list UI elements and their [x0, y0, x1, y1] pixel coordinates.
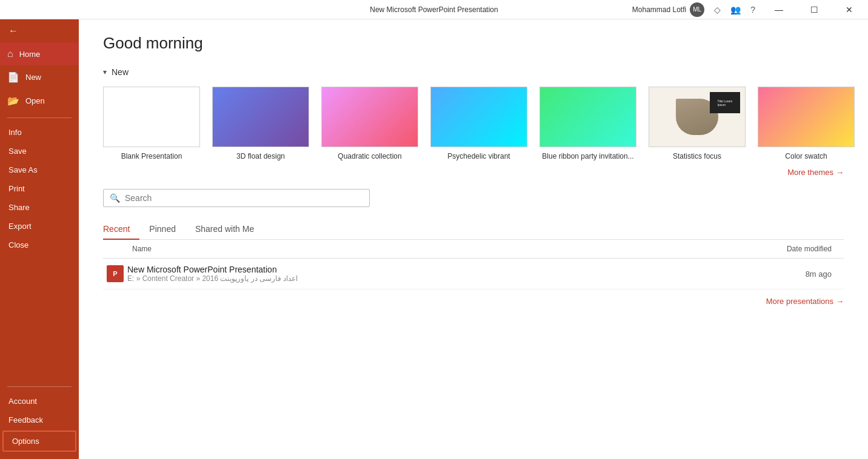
avatar: ML: [690, 2, 704, 17]
sidebar-divider-2: [7, 386, 72, 387]
new-icon: 📄: [7, 71, 19, 83]
more-themes-label: More themes: [787, 168, 833, 177]
sidebar-item-export[interactable]: Export: [0, 217, 79, 236]
template-blank[interactable]: Blank Presentation: [103, 87, 200, 160]
more-presentations-link[interactable]: More presentations →: [766, 297, 844, 306]
sidebar-item-open[interactable]: 📂 Open: [0, 89, 79, 113]
new-section-title: New: [112, 67, 129, 77]
sidebar-item-account[interactable]: Account: [0, 392, 79, 411]
template-statistics[interactable]: Title LoremIpsum Statistics focus: [649, 87, 746, 160]
files-table: Name Date modified P New Microsoft Power…: [103, 240, 844, 289]
template-color-swatch[interactable]: Color swatch: [758, 87, 855, 160]
sidebar-item-save[interactable]: Save: [0, 142, 79, 160]
template-label-blue-ribbon: Blue ribbon party invitation...: [542, 152, 633, 160]
template-thumb-statistics: Title LoremIpsum: [649, 87, 746, 147]
arrow-right-icon: →: [836, 168, 844, 177]
file-name: New Microsoft PowerPoint Presentation: [127, 265, 747, 274]
title-bar-right: Mohammad Lotfi ML ◇ 👥 ? — ☐ ✕: [632, 0, 863, 19]
template-thumb-blank: [103, 87, 200, 147]
sidebar-item-info[interactable]: Info: [0, 123, 79, 142]
home-icon: ⌂: [7, 48, 13, 59]
sidebar-item-print[interactable]: Print: [0, 179, 79, 198]
template-3d-float[interactable]: 3D float design: [212, 87, 309, 160]
title-bar: New Microsoft PowerPoint Presentation Mo…: [0, 0, 868, 19]
tab-pinned[interactable]: Pinned: [139, 219, 185, 240]
sidebar-item-share[interactable]: Share: [0, 198, 79, 217]
table-row[interactable]: P New Microsoft PowerPoint Presentation …: [103, 259, 844, 289]
arrow-right-icon-2: →: [836, 297, 844, 306]
sidebar-back-button[interactable]: ←: [0, 19, 79, 42]
user-info[interactable]: Mohammad Lotfi ML: [632, 2, 704, 17]
sidebar-item-save-as[interactable]: Save As: [0, 160, 79, 179]
template-thumb-blue-ribbon: [539, 87, 636, 147]
more-presentations-label: More presentations: [766, 297, 833, 306]
more-themes-container: More themes →: [103, 168, 844, 177]
sidebar-bottom: Account Feedback Options: [0, 381, 79, 459]
files-tabs: Recent Pinned Shared with Me: [103, 219, 844, 240]
sidebar-home-label: Home: [19, 50, 41, 59]
template-label-float: 3D float design: [236, 152, 285, 160]
templates-row: Blank Presentation 3D float design Quadr…: [103, 87, 844, 160]
powerpoint-icon: P: [107, 265, 124, 282]
sidebar: ← ⌂ Home 📄 New 📂 Open Info Save: [0, 19, 79, 459]
search-bar: 🔍: [103, 189, 370, 207]
tab-recent[interactable]: Recent: [103, 219, 139, 240]
template-blue-ribbon[interactable]: Blue ribbon party invitation...: [539, 87, 636, 160]
sidebar-top: ← ⌂ Home 📄 New 📂 Open Info Save: [0, 19, 79, 381]
template-thumb-color-swatch: [758, 87, 855, 147]
user-name: Mohammad Lotfi: [632, 5, 686, 14]
file-date: 8m ago: [747, 269, 844, 279]
sidebar-item-options[interactable]: Options: [4, 432, 75, 451]
open-icon: 📂: [7, 95, 19, 107]
template-label-quadratic: Quadratic collection: [338, 152, 401, 160]
app-body: ← ⌂ Home 📄 New 📂 Open Info Save: [0, 19, 868, 459]
maximize-button[interactable]: ☐: [800, 0, 828, 19]
title-bar-icons: ◇ 👥 ?: [712, 4, 758, 16]
tab-shared-with-me[interactable]: Shared with Me: [185, 219, 264, 240]
files-table-header: Name Date modified: [103, 240, 844, 259]
new-section-header: ▾ New: [103, 67, 844, 77]
file-path: E: » Content Creator » 2016 اعداد فارسی …: [127, 274, 747, 283]
more-presentations-container: More presentations →: [103, 297, 844, 306]
template-label-color-swatch: Color swatch: [785, 152, 827, 160]
template-quadratic[interactable]: Quadratic collection: [321, 87, 418, 160]
column-header-name: Name: [103, 245, 747, 253]
file-icon-container: P: [103, 265, 127, 282]
share-people-icon[interactable]: 👥: [728, 4, 743, 16]
stat-thumb-inner: Title LoremIpsum: [649, 87, 745, 147]
sidebar-open-label: Open: [25, 96, 45, 105]
main-content: Good morning ▾ New Blank Presentation 3D…: [79, 19, 868, 459]
stat-card: Title LoremIpsum: [710, 92, 740, 113]
sidebar-new-label: New: [25, 73, 41, 82]
greeting-text: Good morning: [103, 34, 844, 53]
close-button[interactable]: ✕: [835, 0, 863, 19]
sidebar-item-close[interactable]: Close: [0, 236, 79, 254]
file-info: New Microsoft PowerPoint Presentation E:…: [127, 265, 747, 283]
options-highlight-container: Options: [2, 431, 76, 452]
diamond-icon[interactable]: ◇: [712, 4, 723, 16]
template-label-psychedelic: Psychedelic vibrant: [447, 152, 510, 160]
window-title: New Microsoft PowerPoint Presentation: [370, 5, 498, 14]
sidebar-item-feedback[interactable]: Feedback: [0, 411, 79, 429]
template-psychedelic[interactable]: Psychedelic vibrant: [430, 87, 527, 160]
sidebar-item-new[interactable]: 📄 New: [0, 65, 79, 89]
chevron-down-icon[interactable]: ▾: [103, 68, 107, 76]
minimize-button[interactable]: —: [765, 0, 793, 19]
more-themes-link[interactable]: More themes →: [787, 168, 844, 177]
search-icon: 🔍: [110, 193, 120, 203]
search-input[interactable]: [125, 193, 363, 203]
column-header-date: Date modified: [747, 245, 844, 253]
back-icon: ←: [8, 25, 18, 36]
help-icon[interactable]: ?: [748, 4, 758, 16]
sidebar-divider-1: [7, 117, 72, 118]
template-thumb-psychedelic: [430, 87, 527, 147]
template-thumb-float: [212, 87, 309, 147]
sidebar-item-home[interactable]: ⌂ Home: [0, 42, 79, 65]
template-label-blank: Blank Presentation: [121, 152, 182, 160]
template-label-statistics: Statistics focus: [673, 152, 721, 160]
template-thumb-quadratic: [321, 87, 418, 147]
